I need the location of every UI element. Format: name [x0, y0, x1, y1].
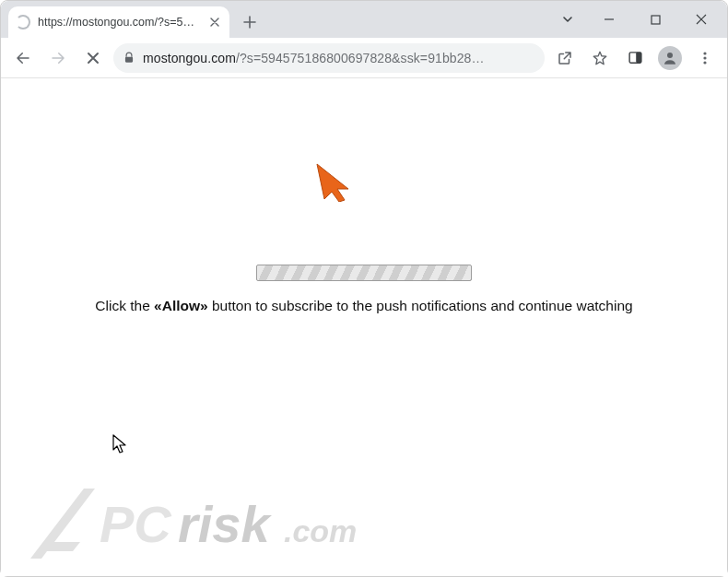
wm-part2: risk [178, 495, 272, 553]
bookmark-button[interactable] [585, 43, 615, 73]
arrow-right-icon [50, 50, 66, 66]
fake-progress-bar [256, 265, 472, 281]
wm-part1: PC [100, 495, 172, 553]
maximize-button[interactable] [635, 6, 675, 33]
svg-text:PC: PC [100, 495, 172, 553]
plus-icon [243, 16, 256, 29]
tab-strip: https://mostongou.com/?s=5945 [1, 1, 727, 38]
svg-rect-3 [636, 53, 641, 63]
pcrisk-logo-icon: PC risk .com [21, 481, 408, 564]
kebab-icon [698, 51, 712, 65]
share-icon [557, 50, 573, 66]
annotation-arrow-icon [311, 161, 352, 202]
tab-search-button[interactable] [552, 6, 583, 33]
close-icon [696, 14, 707, 25]
svg-point-7 [703, 61, 706, 64]
close-icon [210, 18, 219, 27]
notification-bait-message: Click the «Allow» button to subscribe to… [1, 298, 727, 314]
tab-close-button[interactable] [207, 15, 222, 29]
star-icon [592, 50, 608, 66]
url-text: mostongou.com/?s=594575186800697828&ssk=… [143, 51, 535, 65]
browser-toolbar: mostongou.com/?s=594575186800697828&ssk=… [1, 38, 727, 78]
svg-point-5 [703, 52, 706, 54]
page-content: Click the «Allow» button to subscribe to… [1, 78, 727, 576]
stop-reload-button[interactable] [78, 43, 108, 73]
minimize-button[interactable] [589, 6, 629, 33]
share-button[interactable] [550, 43, 580, 73]
svg-point-6 [703, 56, 706, 59]
mouse-cursor-icon [112, 434, 128, 454]
loading-spinner-icon [16, 15, 30, 29]
url-host: mostongou.com [143, 51, 236, 65]
browser-window: https://mostongou.com/?s=5945 [0, 0, 728, 577]
new-tab-button[interactable] [237, 9, 263, 35]
back-button[interactable] [8, 43, 38, 73]
arrow-left-icon [15, 50, 31, 66]
address-bar[interactable]: mostongou.com/?s=594575186800697828&ssk=… [113, 43, 545, 73]
msg-bold: «Allow» [154, 298, 208, 313]
side-panel-button[interactable] [620, 43, 650, 73]
msg-pre: Click the [95, 298, 154, 313]
svg-rect-0 [652, 16, 660, 24]
msg-post: button to subscribe to the push notifica… [208, 298, 633, 313]
window-controls [552, 1, 722, 38]
menu-button[interactable] [690, 43, 720, 73]
watermark: PC risk .com [21, 478, 408, 567]
close-icon [87, 52, 100, 65]
lock-icon [123, 52, 135, 65]
profile-button[interactable] [655, 43, 685, 73]
avatar-icon [658, 46, 682, 70]
svg-rect-1 [125, 56, 133, 62]
browser-tab[interactable]: https://mostongou.com/?s=5945 [8, 6, 229, 38]
forward-button [43, 43, 73, 73]
panel-icon [628, 50, 643, 65]
wm-tld: .com [284, 513, 357, 548]
chevron-down-icon [562, 14, 573, 25]
svg-point-4 [667, 53, 673, 58]
url-path: /?s=594575186800697828&ssk=91bb28… [236, 51, 485, 65]
svg-text:.com: .com [284, 513, 357, 548]
svg-text:risk: risk [178, 495, 272, 553]
tab-title: https://mostongou.com/?s=5945 [38, 16, 200, 29]
maximize-icon [651, 15, 661, 25]
minimize-icon [604, 14, 615, 25]
window-close-button[interactable] [681, 6, 722, 33]
